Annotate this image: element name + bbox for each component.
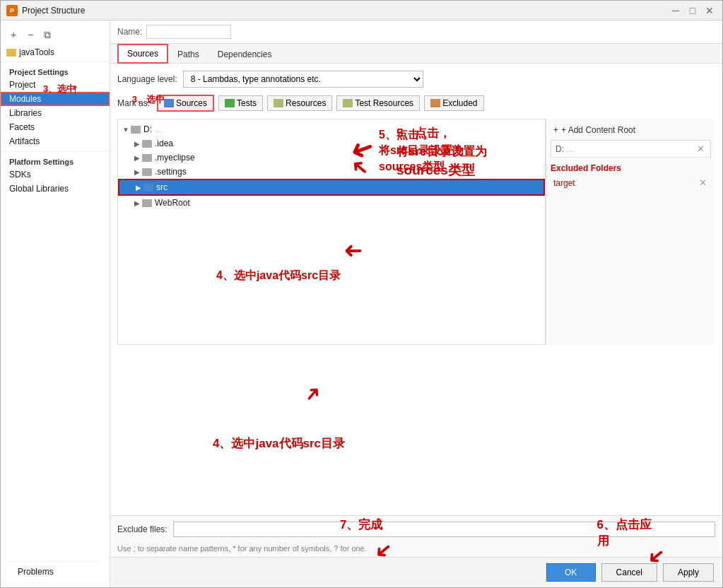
exclude-files-label: Exclude files: xyxy=(117,524,167,534)
mark-sources-button[interactable]: Sources xyxy=(157,95,214,112)
tree-item-settings[interactable]: ▶ .settings xyxy=(118,165,545,179)
module-list-label: javaTools xyxy=(19,47,54,57)
mark-excluded-label: Excluded xyxy=(442,98,477,108)
mark-tests-label: Tests xyxy=(237,98,257,108)
excluded-folder-icon xyxy=(430,99,440,107)
language-level-row: Language level: 8 - Lambdas, type annota… xyxy=(117,71,715,88)
src-chevron: ▶ xyxy=(134,184,143,192)
ok-button[interactable]: OK xyxy=(546,563,596,582)
sidebar-item-facets[interactable]: Facets xyxy=(1,120,110,134)
mark-test-resources-label: Test Resources xyxy=(355,98,413,108)
plus-icon: + xyxy=(553,125,558,135)
sidebar-toolbar: + − ⧉ xyxy=(1,26,110,46)
content-right-panel: + + Add Content Root D: ... ✕ Excluded F… xyxy=(546,119,715,345)
mark-as-row: Mark as: Sources Tests Resources xyxy=(117,95,715,112)
sidebar-divider-top xyxy=(1,61,110,62)
tree-myeclipse-label: .myeclipse xyxy=(155,153,195,163)
idea-chevron: ▶ xyxy=(132,140,142,148)
remove-module-button[interactable]: − xyxy=(23,28,37,42)
root-chevron: ▼ xyxy=(121,126,131,134)
add-content-root-label: + Add Content Root xyxy=(561,125,635,135)
tree-item-root[interactable]: ▼ D: ... xyxy=(118,122,545,136)
exclude-files-row: Exclude files: xyxy=(110,515,722,543)
excluded-entry-target: target ✕ xyxy=(551,176,711,189)
remove-root-button[interactable]: ✕ xyxy=(695,143,706,154)
sidebar-sdks-label: SDKs xyxy=(9,170,31,180)
sidebar-item-artifacts[interactable]: Artifacts xyxy=(1,134,110,148)
mark-tests-button[interactable]: Tests xyxy=(218,95,263,111)
sidebar-global-libraries-label: Global Libraries xyxy=(9,184,69,194)
name-label: Name: xyxy=(117,27,142,37)
tab-dependencies[interactable]: Dependencies xyxy=(208,45,281,63)
tree-area: ▼ D: ... ▶ .idea xyxy=(117,119,715,345)
add-content-root-button[interactable]: + + Add Content Root xyxy=(551,123,638,137)
mark-resources-label: Resources xyxy=(286,98,326,108)
sidebar-facets-label: Facets xyxy=(9,122,35,132)
sidebar-problems-label: Problems xyxy=(18,567,54,577)
tab-dependencies-label: Dependencies xyxy=(218,49,272,59)
title-bar: P Project Structure ─ □ ✕ xyxy=(1,1,722,20)
sidebar-item-problems[interactable]: Problems xyxy=(9,565,101,579)
resources-folder-icon xyxy=(274,99,283,107)
sidebar-artifacts-label: Artifacts xyxy=(9,136,40,146)
tree-webroot-label: WebRoot xyxy=(155,198,190,208)
remove-excluded-button[interactable]: ✕ xyxy=(698,177,708,188)
project-settings-label: Project Settings xyxy=(1,65,110,78)
sidebar-item-project[interactable]: Project xyxy=(1,78,110,92)
root-folder-icon xyxy=(131,126,141,134)
language-level-select[interactable]: 8 - Lambdas, type annotations etc. xyxy=(183,71,423,88)
src-folder-icon xyxy=(143,184,153,192)
sidebar-bottom: Problems xyxy=(1,555,110,582)
exclude-files-hint: Use ; to separate name patterns, * for a… xyxy=(110,543,722,557)
window-title: Project Structure xyxy=(22,6,669,16)
content-root-entry: D: ... ✕ xyxy=(551,140,711,158)
tab-sources-label: Sources xyxy=(127,49,158,59)
tree-item-idea[interactable]: ▶ .idea xyxy=(118,136,545,151)
add-module-button[interactable]: + xyxy=(6,28,20,42)
close-button[interactable]: ✕ xyxy=(703,4,717,18)
tree-item-webroot[interactable]: ▶ WebRoot xyxy=(118,196,545,210)
tree-item-myeclipse[interactable]: ▶ .myeclipse xyxy=(118,151,545,165)
apply-button[interactable]: Apply xyxy=(663,563,714,582)
tab-paths[interactable]: Paths xyxy=(168,45,208,63)
sidebar-divider-bottom xyxy=(9,561,101,562)
tree-settings-label: .settings xyxy=(155,167,187,177)
module-header: Name: xyxy=(110,20,722,44)
mark-excluded-button[interactable]: Excluded xyxy=(424,95,483,111)
sidebar-item-modules[interactable]: Modules 3、选中 xyxy=(1,92,110,106)
bottom-buttons: OK Cancel Apply xyxy=(110,557,722,587)
cancel-button[interactable]: Cancel xyxy=(601,563,657,582)
panel-content: Language level: 8 - Lambdas, type annota… xyxy=(110,64,722,515)
module-list-item-javatools[interactable]: javaTools xyxy=(1,46,110,59)
mark-test-resources-button[interactable]: Test Resources xyxy=(336,95,420,111)
sidebar-item-global-libraries[interactable]: Global Libraries xyxy=(1,182,110,196)
minimize-button[interactable]: ─ xyxy=(669,4,683,18)
sidebar: + − ⧉ javaTools Project Settings Project… xyxy=(1,20,110,587)
sidebar-item-libraries[interactable]: Libraries xyxy=(1,106,110,120)
tabs-bar: Sources Paths Dependencies xyxy=(110,44,722,64)
tree-item-src[interactable]: ▶ src xyxy=(118,179,545,196)
excluded-folders-label: Excluded Folders xyxy=(551,163,711,173)
module-folder-icon xyxy=(6,49,16,57)
maximize-button[interactable]: □ xyxy=(686,4,700,18)
sidebar-divider-mid xyxy=(1,151,110,152)
copy-module-button[interactable]: ⧉ xyxy=(40,28,54,42)
test-resources-folder-icon xyxy=(343,99,353,107)
content-root-value: D: ... xyxy=(556,144,695,154)
tab-paths-label: Paths xyxy=(177,49,199,59)
myeclipse-folder-icon xyxy=(142,154,152,162)
sidebar-item-sdks[interactable]: SDKs xyxy=(1,167,110,182)
language-level-label: Language level: xyxy=(117,74,177,84)
file-tree[interactable]: ▼ D: ... ▶ .idea xyxy=(117,119,546,345)
module-name-input[interactable] xyxy=(146,25,231,39)
excluded-target-label: target xyxy=(553,178,575,188)
mark-resources-button[interactable]: Resources xyxy=(267,95,332,111)
app-icon: P xyxy=(6,5,18,16)
exclude-files-input[interactable] xyxy=(173,522,715,537)
tree-src-label: src xyxy=(156,182,167,192)
window-controls: ─ □ ✕ xyxy=(669,4,717,18)
webroot-folder-icon xyxy=(142,199,152,207)
tests-folder-icon xyxy=(225,99,235,107)
tab-sources[interactable]: Sources xyxy=(117,44,168,64)
sidebar-libraries-label: Libraries xyxy=(9,108,42,118)
